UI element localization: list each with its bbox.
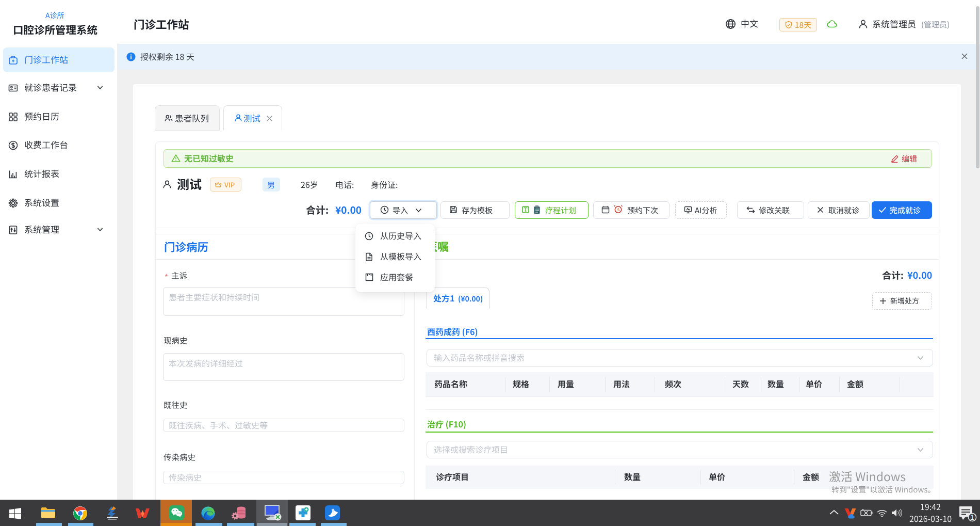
svg-text:1: 1	[970, 513, 974, 521]
